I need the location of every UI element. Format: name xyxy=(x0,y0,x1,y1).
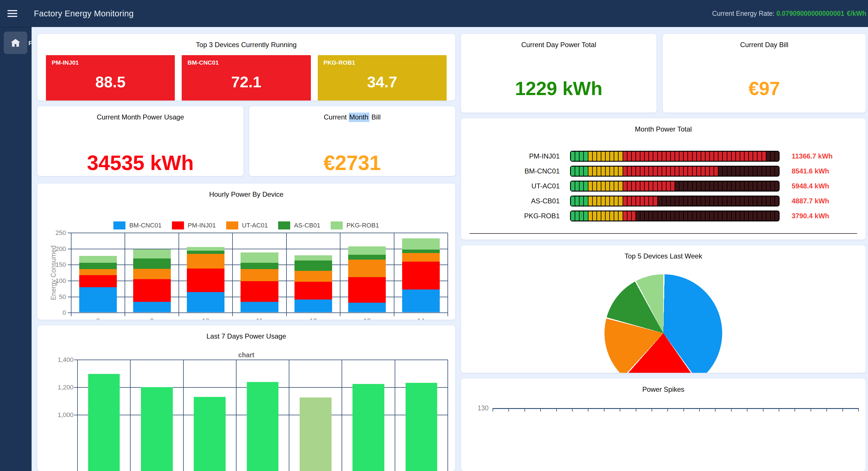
gauge-segment xyxy=(766,152,770,161)
chart-title: Power Spikes xyxy=(461,379,866,393)
pie-chart xyxy=(604,274,722,373)
gauge-segment xyxy=(714,197,718,206)
gauge-segment xyxy=(601,211,605,220)
gauge-segment xyxy=(627,211,631,220)
x-tick-mark xyxy=(588,409,588,412)
x-tick-mark xyxy=(683,409,684,412)
gauge-segment xyxy=(684,181,687,191)
gauge-segment xyxy=(693,197,696,206)
legend-label: PKG-ROB1 xyxy=(346,222,379,229)
gauge-segment xyxy=(597,181,601,191)
stacked-bar xyxy=(187,247,224,312)
bar xyxy=(300,398,332,471)
bar-segment xyxy=(241,302,278,312)
gauge-segment xyxy=(666,167,670,176)
gauge-segment xyxy=(632,167,636,176)
x-tick-label: 12 xyxy=(286,317,340,320)
gauge-segment xyxy=(671,152,675,161)
gauge-segment xyxy=(588,197,592,206)
gauge-segment xyxy=(636,181,640,191)
gauge-segment xyxy=(575,152,579,161)
right-column: Current Day Power Total 1229 kWh Current… xyxy=(461,34,866,471)
device-box: PM-INJ0188.5 xyxy=(46,55,175,100)
device-kwh-value: 11366.7 kWh xyxy=(792,152,833,160)
gauge-segment xyxy=(649,152,653,161)
sidebar-item-label-clipped: F xyxy=(28,40,32,47)
month-bill-value: €2731 xyxy=(249,151,455,175)
device-label: PKG-ROB1 xyxy=(461,212,570,220)
gauge-segment xyxy=(580,167,583,176)
x-tick-mark xyxy=(572,409,572,412)
gauge-segment xyxy=(684,152,687,161)
bar-segment xyxy=(348,303,386,312)
gauge-segment xyxy=(610,211,614,220)
gauge-segment xyxy=(688,197,692,206)
x-tick-label: 8 xyxy=(71,317,125,320)
bar-segment xyxy=(79,263,117,269)
gauge-segment xyxy=(610,181,614,191)
gauge-segment xyxy=(619,181,622,191)
gauge-segment xyxy=(588,152,592,161)
hamburger-menu-icon[interactable] xyxy=(7,8,17,19)
gauge-segment xyxy=(749,167,753,176)
gauge-segment xyxy=(606,167,609,176)
stacked-bar xyxy=(79,256,117,312)
gauge-segment xyxy=(658,211,662,220)
current-month-bill-card: Current Month Bill €2731 xyxy=(249,106,455,176)
device-value: 88.5 xyxy=(52,73,169,91)
bar-segment xyxy=(294,282,332,299)
gridline-vertical xyxy=(447,359,448,471)
bar-segment xyxy=(133,249,171,259)
gauge-segment xyxy=(688,181,692,191)
device-kwh-value: 4887.7 kWh xyxy=(792,197,829,205)
gauge-segment xyxy=(632,152,636,161)
x-tick-mark xyxy=(858,409,859,412)
gauge-segment xyxy=(757,197,761,206)
bar xyxy=(194,397,226,471)
gauge-segment xyxy=(671,211,675,220)
gauge-segment xyxy=(627,167,631,176)
gauge-segment xyxy=(662,211,666,220)
power-gauge xyxy=(570,181,780,192)
bar-segment xyxy=(348,260,386,277)
legend-label: BM-CNC01 xyxy=(129,222,161,229)
gauge-segment xyxy=(693,167,696,176)
bar-group xyxy=(179,247,232,312)
spikes-axis-line xyxy=(493,408,859,412)
y-tick-label: 130 xyxy=(461,404,489,412)
gauge-segment xyxy=(649,181,653,191)
y-tick-label: 1,400 xyxy=(58,356,73,363)
x-tick-mark xyxy=(540,409,541,412)
hourly-plot-area: 050100150200250 xyxy=(71,233,448,313)
rate-value: 0.07909000000000001 xyxy=(776,10,844,17)
gauge-segment xyxy=(688,152,692,161)
gauge-segment xyxy=(736,197,740,206)
gauge-segment xyxy=(627,181,631,191)
gauge-segment xyxy=(766,197,770,206)
gauge-segment xyxy=(614,211,618,220)
bar-segment xyxy=(402,290,440,312)
gauge-segment xyxy=(710,181,714,191)
gauge-segment xyxy=(571,197,575,206)
gauge-segment xyxy=(775,197,779,206)
gauge-segment xyxy=(636,167,640,176)
device-name: PKG-ROB1 xyxy=(323,59,441,66)
card-title: Top 3 Devices Currently Running xyxy=(37,34,455,49)
device-box: PKG-ROB134.7 xyxy=(318,55,446,100)
gauge-segment xyxy=(601,152,605,161)
current-month-power-usage-card: Current Month Power Usage 34535 kWh xyxy=(37,106,243,176)
gauge-segment xyxy=(666,152,670,161)
gauge-segment xyxy=(718,197,722,206)
x-tick-mark xyxy=(604,409,604,412)
home-button[interactable] xyxy=(4,32,27,54)
home-icon xyxy=(10,38,21,48)
gauge-segment xyxy=(706,181,709,191)
gauge-segment xyxy=(597,211,601,220)
gauge-segment xyxy=(775,211,779,220)
gauge-segment xyxy=(688,167,692,176)
bar xyxy=(141,387,173,471)
gauge-segment xyxy=(714,167,718,176)
gauge-segment xyxy=(701,197,705,206)
gauge-segment xyxy=(671,181,675,191)
gauge-segment xyxy=(723,211,726,220)
